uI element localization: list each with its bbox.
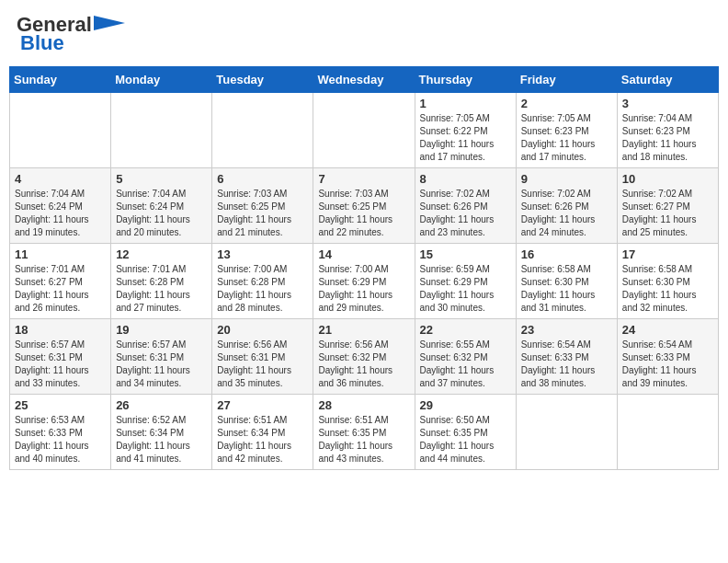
calendar-cell: 13Sunrise: 7:00 AM Sunset: 6:28 PM Dayli… (212, 244, 313, 319)
calendar-cell (617, 395, 718, 470)
day-info: Sunrise: 7:03 AM Sunset: 6:25 PM Dayligh… (217, 188, 308, 239)
page-header: General Blue (9, 9, 719, 59)
day-number: 8 (420, 172, 511, 186)
calendar-cell: 18Sunrise: 6:57 AM Sunset: 6:31 PM Dayli… (10, 319, 111, 395)
weekday-header-tuesday: Tuesday (212, 67, 313, 93)
calendar-cell (313, 93, 415, 168)
calendar-cell (111, 93, 212, 168)
calendar-cell: 26Sunrise: 6:52 AM Sunset: 6:34 PM Dayli… (111, 395, 212, 470)
calendar-table: SundayMondayTuesdayWednesdayThursdayFrid… (9, 66, 719, 470)
calendar-cell: 24Sunrise: 6:54 AM Sunset: 6:33 PM Dayli… (617, 319, 718, 395)
svg-marker-0 (94, 16, 125, 30)
day-number: 13 (217, 247, 308, 261)
day-number: 22 (420, 323, 511, 337)
day-number: 28 (318, 398, 409, 412)
day-info: Sunrise: 6:56 AM Sunset: 6:31 PM Dayligh… (217, 339, 308, 390)
day-number: 19 (116, 323, 207, 337)
day-number: 23 (521, 323, 612, 337)
calendar-cell: 29Sunrise: 6:50 AM Sunset: 6:35 PM Dayli… (415, 395, 516, 470)
day-number: 9 (521, 172, 612, 186)
day-info: Sunrise: 7:04 AM Sunset: 6:23 PM Dayligh… (622, 112, 713, 164)
day-number: 14 (318, 247, 409, 261)
day-number: 16 (521, 247, 612, 261)
day-info: Sunrise: 7:00 AM Sunset: 6:29 PM Dayligh… (318, 263, 409, 315)
calendar-cell: 28Sunrise: 6:51 AM Sunset: 6:35 PM Dayli… (313, 395, 415, 470)
calendar-cell: 16Sunrise: 6:58 AM Sunset: 6:30 PM Dayli… (516, 244, 617, 319)
logo-flag-icon (94, 16, 125, 34)
weekday-header-sunday: Sunday (10, 67, 111, 93)
day-number: 21 (318, 323, 409, 337)
day-info: Sunrise: 7:05 AM Sunset: 6:23 PM Dayligh… (521, 112, 612, 164)
day-number: 15 (420, 247, 511, 261)
day-info: Sunrise: 7:04 AM Sunset: 6:24 PM Dayligh… (15, 188, 106, 239)
day-info: Sunrise: 7:04 AM Sunset: 6:24 PM Dayligh… (116, 188, 207, 239)
calendar-cell: 11Sunrise: 7:01 AM Sunset: 6:27 PM Dayli… (10, 244, 111, 319)
day-info: Sunrise: 7:01 AM Sunset: 6:28 PM Dayligh… (116, 263, 207, 315)
day-number: 4 (15, 172, 106, 186)
day-info: Sunrise: 6:57 AM Sunset: 6:31 PM Dayligh… (15, 339, 106, 390)
day-info: Sunrise: 6:51 AM Sunset: 6:35 PM Dayligh… (318, 414, 409, 465)
weekday-header-saturday: Saturday (617, 67, 718, 93)
day-number: 20 (217, 323, 308, 337)
calendar-cell: 9Sunrise: 7:02 AM Sunset: 6:26 PM Daylig… (516, 168, 617, 244)
day-info: Sunrise: 7:02 AM Sunset: 6:26 PM Dayligh… (521, 188, 612, 239)
calendar-cell: 4Sunrise: 7:04 AM Sunset: 6:24 PM Daylig… (10, 168, 111, 244)
calendar-cell: 17Sunrise: 6:58 AM Sunset: 6:30 PM Dayli… (617, 244, 718, 319)
calendar-cell: 3Sunrise: 7:04 AM Sunset: 6:23 PM Daylig… (617, 93, 718, 168)
calendar-cell: 12Sunrise: 7:01 AM Sunset: 6:28 PM Dayli… (111, 244, 212, 319)
weekday-header-monday: Monday (111, 67, 212, 93)
calendar-week-row: 1Sunrise: 7:05 AM Sunset: 6:22 PM Daylig… (10, 93, 719, 168)
day-number: 5 (116, 172, 207, 186)
calendar-cell (516, 395, 617, 470)
day-info: Sunrise: 7:02 AM Sunset: 6:26 PM Dayligh… (420, 188, 511, 239)
calendar-week-row: 25Sunrise: 6:53 AM Sunset: 6:33 PM Dayli… (10, 395, 719, 470)
calendar-header-row: SundayMondayTuesdayWednesdayThursdayFrid… (10, 67, 719, 93)
day-number: 29 (420, 398, 511, 412)
calendar-cell: 20Sunrise: 6:56 AM Sunset: 6:31 PM Dayli… (212, 319, 313, 395)
day-number: 27 (217, 398, 308, 412)
day-info: Sunrise: 6:54 AM Sunset: 6:33 PM Dayligh… (622, 339, 713, 390)
calendar-cell: 27Sunrise: 6:51 AM Sunset: 6:34 PM Dayli… (212, 395, 313, 470)
calendar-cell: 22Sunrise: 6:55 AM Sunset: 6:32 PM Dayli… (415, 319, 516, 395)
calendar-cell (10, 93, 111, 168)
day-number: 24 (622, 323, 713, 337)
calendar-cell: 7Sunrise: 7:03 AM Sunset: 6:25 PM Daylig… (313, 168, 415, 244)
day-number: 26 (116, 398, 207, 412)
day-info: Sunrise: 6:51 AM Sunset: 6:34 PM Dayligh… (217, 414, 308, 465)
calendar-cell: 2Sunrise: 7:05 AM Sunset: 6:23 PM Daylig… (516, 93, 617, 168)
day-info: Sunrise: 6:52 AM Sunset: 6:34 PM Dayligh… (116, 414, 207, 465)
calendar-cell: 25Sunrise: 6:53 AM Sunset: 6:33 PM Dayli… (10, 395, 111, 470)
day-number: 2 (521, 97, 612, 110)
day-info: Sunrise: 6:53 AM Sunset: 6:33 PM Dayligh… (15, 414, 106, 465)
day-info: Sunrise: 7:03 AM Sunset: 6:25 PM Dayligh… (318, 188, 409, 239)
weekday-header-wednesday: Wednesday (313, 67, 415, 93)
day-number: 3 (622, 97, 713, 110)
calendar-cell: 10Sunrise: 7:02 AM Sunset: 6:27 PM Dayli… (617, 168, 718, 244)
calendar-cell: 23Sunrise: 6:54 AM Sunset: 6:33 PM Dayli… (516, 319, 617, 395)
day-info: Sunrise: 6:50 AM Sunset: 6:35 PM Dayligh… (420, 414, 511, 465)
weekday-header-thursday: Thursday (415, 67, 516, 93)
calendar-cell: 6Sunrise: 7:03 AM Sunset: 6:25 PM Daylig… (212, 168, 313, 244)
day-info: Sunrise: 6:56 AM Sunset: 6:32 PM Dayligh… (318, 339, 409, 390)
calendar-cell: 19Sunrise: 6:57 AM Sunset: 6:31 PM Dayli… (111, 319, 212, 395)
day-info: Sunrise: 7:05 AM Sunset: 6:22 PM Dayligh… (420, 112, 511, 164)
day-info: Sunrise: 6:58 AM Sunset: 6:30 PM Dayligh… (622, 263, 713, 315)
weekday-header-friday: Friday (516, 67, 617, 93)
day-number: 6 (217, 172, 308, 186)
day-info: Sunrise: 6:54 AM Sunset: 6:33 PM Dayligh… (521, 339, 612, 390)
day-info: Sunrise: 7:02 AM Sunset: 6:27 PM Dayligh… (622, 188, 713, 239)
day-info: Sunrise: 7:00 AM Sunset: 6:28 PM Dayligh… (217, 263, 308, 315)
day-info: Sunrise: 6:58 AM Sunset: 6:30 PM Dayligh… (521, 263, 612, 315)
calendar-cell: 5Sunrise: 7:04 AM Sunset: 6:24 PM Daylig… (111, 168, 212, 244)
day-number: 1 (420, 97, 511, 110)
day-number: 17 (622, 247, 713, 261)
calendar-week-row: 11Sunrise: 7:01 AM Sunset: 6:27 PM Dayli… (10, 244, 719, 319)
calendar-cell: 15Sunrise: 6:59 AM Sunset: 6:29 PM Dayli… (415, 244, 516, 319)
calendar-cell: 21Sunrise: 6:56 AM Sunset: 6:32 PM Dayli… (313, 319, 415, 395)
logo: General Blue (17, 13, 125, 55)
day-info: Sunrise: 6:59 AM Sunset: 6:29 PM Dayligh… (420, 263, 511, 315)
day-number: 7 (318, 172, 409, 186)
calendar-cell (212, 93, 313, 168)
day-number: 11 (15, 247, 106, 261)
day-number: 10 (622, 172, 713, 186)
